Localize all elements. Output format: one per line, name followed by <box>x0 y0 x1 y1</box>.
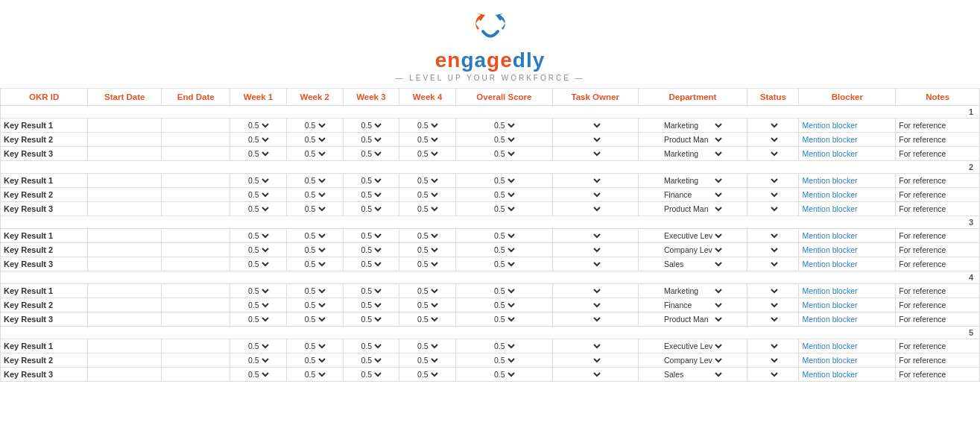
week-w1-cell[interactable]: 0.51.01.52.0 <box>230 202 287 216</box>
department-select[interactable]: MarketingProduct ManFinanceExecutive Lev… <box>661 204 724 214</box>
week-w3-cell[interactable]: 0.51.01.52.0 <box>343 339 399 353</box>
week-w3-select[interactable]: 0.51.01.52.0 <box>358 204 384 214</box>
week-w2-cell[interactable]: 0.51.01.52.0 <box>286 353 343 368</box>
task-owner-select[interactable] <box>588 189 603 200</box>
week-overall-select[interactable]: 0.51.01.52.0 <box>491 314 517 324</box>
status-select[interactable] <box>765 120 780 130</box>
status-cell[interactable] <box>747 284 799 298</box>
task-owner-cell[interactable] <box>552 119 638 133</box>
department-select[interactable]: MarketingProduct ManFinanceExecutive Lev… <box>661 120 724 130</box>
task-owner-cell[interactable] <box>552 229 638 243</box>
week-w2-cell[interactable]: 0.51.01.52.0 <box>286 202 343 216</box>
week-w2-cell[interactable]: 0.51.01.52.0 <box>286 257 343 271</box>
week-w4-select[interactable]: 0.51.01.52.0 <box>414 134 440 145</box>
week-w2-cell[interactable]: 0.51.01.52.0 <box>286 312 343 327</box>
task-owner-select[interactable] <box>588 230 603 241</box>
week-overall-select[interactable]: 0.51.01.52.0 <box>491 259 517 269</box>
week-w2-select[interactable]: 0.51.01.52.0 <box>302 245 328 255</box>
week-overall-cell[interactable]: 0.51.01.52.0 <box>455 133 552 147</box>
status-select[interactable] <box>765 189 780 200</box>
week-w2-cell[interactable]: 0.51.01.52.0 <box>286 188 343 202</box>
task-owner-select[interactable] <box>588 148 603 159</box>
week-overall-select[interactable]: 0.51.01.52.0 <box>491 204 517 214</box>
week-w3-select[interactable]: 0.51.01.52.0 <box>358 148 384 159</box>
week-w2-select[interactable]: 0.51.01.52.0 <box>302 148 328 159</box>
week-w2-select[interactable]: 0.51.01.52.0 <box>302 259 328 269</box>
week-w2-select[interactable]: 0.51.01.52.0 <box>302 286 328 296</box>
week-w3-cell[interactable]: 0.51.01.52.0 <box>343 257 399 271</box>
week-w4-cell[interactable]: 0.51.01.52.0 <box>399 368 456 382</box>
department-select[interactable]: MarketingProduct ManFinanceExecutive Lev… <box>661 175 724 186</box>
department-cell[interactable]: MarketingProduct ManFinanceExecutive Lev… <box>638 257 747 271</box>
status-select[interactable] <box>765 369 780 380</box>
week-overall-select[interactable]: 0.51.01.52.0 <box>491 189 517 200</box>
status-select[interactable] <box>765 341 780 351</box>
week-w4-select[interactable]: 0.51.01.52.0 <box>414 300 440 310</box>
task-owner-select[interactable] <box>588 245 603 255</box>
week-w2-select[interactable]: 0.51.01.52.0 <box>302 369 328 380</box>
week-w1-cell[interactable]: 0.51.01.52.0 <box>230 243 287 257</box>
week-w3-select[interactable]: 0.51.01.52.0 <box>358 245 384 255</box>
task-owner-cell[interactable] <box>552 298 638 312</box>
department-cell[interactable]: MarketingProduct ManFinanceExecutive Lev… <box>638 188 747 202</box>
department-select[interactable]: MarketingProduct ManFinanceExecutive Lev… <box>661 230 724 241</box>
department-cell[interactable]: MarketingProduct ManFinanceExecutive Lev… <box>638 368 747 382</box>
week-w1-cell[interactable]: 0.51.01.52.0 <box>230 257 287 271</box>
week-w3-cell[interactable]: 0.51.01.52.0 <box>343 284 399 298</box>
week-w4-select[interactable]: 0.51.01.52.0 <box>414 259 440 269</box>
week-w3-cell[interactable]: 0.51.01.52.0 <box>343 312 399 327</box>
department-cell[interactable]: MarketingProduct ManFinanceExecutive Lev… <box>638 353 747 368</box>
week-w1-select[interactable]: 0.51.01.52.0 <box>245 369 271 380</box>
task-owner-select[interactable] <box>588 314 603 324</box>
week-w3-select[interactable]: 0.51.01.52.0 <box>358 230 384 241</box>
week-w1-select[interactable]: 0.51.01.52.0 <box>245 120 271 130</box>
department-cell[interactable]: MarketingProduct ManFinanceExecutive Lev… <box>638 229 747 243</box>
week-overall-cell[interactable]: 0.51.01.52.0 <box>455 353 552 368</box>
week-w1-select[interactable]: 0.51.01.52.0 <box>245 148 271 159</box>
task-owner-select[interactable] <box>588 204 603 214</box>
week-w3-cell[interactable]: 0.51.01.52.0 <box>343 243 399 257</box>
week-w1-cell[interactable]: 0.51.01.52.0 <box>230 174 287 188</box>
week-overall-select[interactable]: 0.51.01.52.0 <box>491 148 517 159</box>
week-w2-cell[interactable]: 0.51.01.52.0 <box>286 174 343 188</box>
week-w1-cell[interactable]: 0.51.01.52.0 <box>230 312 287 327</box>
task-owner-cell[interactable] <box>552 257 638 271</box>
status-select[interactable] <box>765 286 780 296</box>
week-w1-cell[interactable]: 0.51.01.52.0 <box>230 188 287 202</box>
week-w3-cell[interactable]: 0.51.01.52.0 <box>343 298 399 312</box>
week-w1-cell[interactable]: 0.51.01.52.0 <box>230 284 287 298</box>
department-select[interactable]: MarketingProduct ManFinanceExecutive Lev… <box>661 148 724 159</box>
department-select[interactable]: MarketingProduct ManFinanceExecutive Lev… <box>661 134 724 145</box>
week-w4-select[interactable]: 0.51.01.52.0 <box>414 204 440 214</box>
week-w3-select[interactable]: 0.51.01.52.0 <box>358 341 384 351</box>
department-cell[interactable]: MarketingProduct ManFinanceExecutive Lev… <box>638 147 747 161</box>
department-cell[interactable]: MarketingProduct ManFinanceExecutive Lev… <box>638 284 747 298</box>
task-owner-cell[interactable] <box>552 133 638 147</box>
status-cell[interactable] <box>747 188 799 202</box>
department-select[interactable]: MarketingProduct ManFinanceExecutive Lev… <box>661 314 724 324</box>
week-overall-cell[interactable]: 0.51.01.52.0 <box>455 368 552 382</box>
task-owner-select[interactable] <box>588 286 603 296</box>
week-w4-select[interactable]: 0.51.01.52.0 <box>414 230 440 241</box>
week-w1-select[interactable]: 0.51.01.52.0 <box>245 355 271 365</box>
department-cell[interactable]: MarketingProduct ManFinanceExecutive Lev… <box>638 202 747 216</box>
week-overall-cell[interactable]: 0.51.01.52.0 <box>455 202 552 216</box>
week-w1-cell[interactable]: 0.51.01.52.0 <box>230 368 287 382</box>
week-w3-select[interactable]: 0.51.01.52.0 <box>358 134 384 145</box>
week-w1-cell[interactable]: 0.51.01.52.0 <box>230 133 287 147</box>
week-w3-select[interactable]: 0.51.01.52.0 <box>358 189 384 200</box>
week-w1-select[interactable]: 0.51.01.52.0 <box>245 230 271 241</box>
week-w4-cell[interactable]: 0.51.01.52.0 <box>399 353 456 368</box>
status-select[interactable] <box>765 175 780 186</box>
week-w3-cell[interactable]: 0.51.01.52.0 <box>343 147 399 161</box>
department-cell[interactable]: MarketingProduct ManFinanceExecutive Lev… <box>638 243 747 257</box>
week-w2-cell[interactable]: 0.51.01.52.0 <box>286 368 343 382</box>
week-w4-cell[interactable]: 0.51.01.52.0 <box>399 147 456 161</box>
week-w2-select[interactable]: 0.51.01.52.0 <box>302 300 328 310</box>
week-overall-cell[interactable]: 0.51.01.52.0 <box>455 119 552 133</box>
status-cell[interactable] <box>747 133 799 147</box>
week-w4-cell[interactable]: 0.51.01.52.0 <box>399 339 456 353</box>
week-w1-cell[interactable]: 0.51.01.52.0 <box>230 147 287 161</box>
week-w2-cell[interactable]: 0.51.01.52.0 <box>286 284 343 298</box>
week-w2-cell[interactable]: 0.51.01.52.0 <box>286 147 343 161</box>
